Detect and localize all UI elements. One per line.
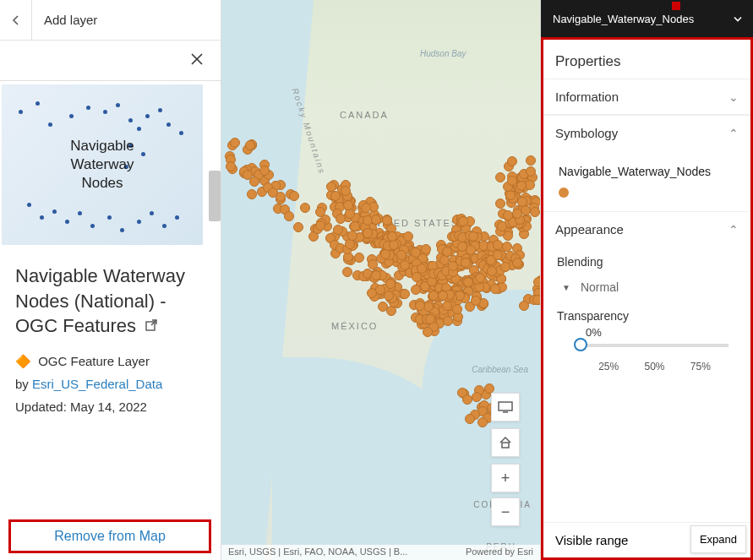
section-appearance-label: Appearance <box>555 222 624 237</box>
sidebar-title: Add layer <box>32 13 97 27</box>
external-link-icon[interactable] <box>145 313 158 339</box>
map-controls: + − <box>491 393 520 526</box>
zoom-in-button[interactable]: + <box>491 464 520 492</box>
section-symbology[interactable]: Symbology ⌃ <box>543 115 750 150</box>
map-canvas[interactable]: CANADA UNITED STATES MÉXICO Hudson Bay C… <box>221 0 540 560</box>
view-mode-button[interactable] <box>491 393 520 421</box>
blending-dropdown[interactable]: ▼ Normal <box>557 277 737 297</box>
close-button[interactable] <box>185 46 209 75</box>
remove-from-map-button[interactable]: Remove from Map <box>8 519 211 553</box>
chevron-down-icon[interactable] <box>733 13 743 25</box>
visible-range-label: Visible range <box>555 533 628 547</box>
section-information[interactable]: Information ⌄ <box>543 79 750 115</box>
svg-line-3 <box>151 320 156 325</box>
caret-down-icon: ▼ <box>562 283 570 292</box>
map-label-mexico: MÉXICO <box>331 321 378 331</box>
attrib-left: Esri, USGS | Esri, FAO, NOAA, USGS | B..… <box>228 546 407 558</box>
back-button[interactable] <box>0 0 32 41</box>
tick-25: 25% <box>598 361 619 372</box>
home-button[interactable] <box>491 428 520 457</box>
svg-rect-6 <box>502 443 509 448</box>
chevron-up-icon: ⌃ <box>728 127 739 140</box>
author-link[interactable]: Esri_US_Federal_Data <box>32 377 162 391</box>
layer-author-line: by Esri_US_Federal_Data <box>15 375 205 393</box>
transparency-slider[interactable]: 25% 50% 75% <box>557 339 737 372</box>
tick-75: 75% <box>690 361 711 372</box>
close-row <box>0 41 221 81</box>
chevron-up-icon: ⌃ <box>728 223 739 237</box>
attrib-right: Powered by Esri <box>466 546 533 558</box>
layer-updated: Updated: May 14, 2022 <box>15 398 205 416</box>
layer-detail-scroll[interactable]: Navigable Waterway Nodes Navigable Water… <box>0 81 221 560</box>
properties-panel: Properties Information ⌄ Symbology ⌃ Nav… <box>541 37 753 560</box>
left-sidebar: Add layer <box>0 0 221 560</box>
slider-ticks: 25% 50% 75% <box>581 361 728 372</box>
thumbnail-caption: Navigable Waterway Nodes <box>52 137 153 193</box>
layer-title: Navigable Waterway Nodes (National) - OG… <box>0 252 221 344</box>
section-information-label: Information <box>555 90 619 104</box>
right-panel: Navigable_Waterway_Nodes Properties Info… <box>540 0 753 560</box>
blending-value: Normal <box>581 280 619 294</box>
transparency-value: 0% <box>586 326 737 339</box>
chevron-down-icon: ⌄ <box>728 90 739 104</box>
expand-button[interactable]: Expand <box>690 525 746 553</box>
layer-type-icon: 🔶 <box>15 354 31 368</box>
zoom-out-button[interactable]: − <box>491 497 520 526</box>
sidebar-header: Add layer <box>0 0 221 41</box>
map-label-canada: CANADA <box>340 110 389 120</box>
transparency-label: Transparency <box>557 309 737 323</box>
by-prefix: by <box>15 377 32 391</box>
appearance-content: Blending ▼ Normal Transparency 0% 25% 50… <box>543 247 750 381</box>
layer-selector-header[interactable]: Navigable_Waterway_Nodes <box>541 0 753 37</box>
symbology-content: Navigable_Waterway_Nodes <box>543 150 750 211</box>
properties-title: Properties <box>543 45 750 79</box>
section-appearance[interactable]: Appearance ⌃ <box>543 211 750 247</box>
red-marker-icon <box>672 2 680 10</box>
tick-50: 50% <box>644 361 664 372</box>
blending-label: Blending <box>557 255 737 269</box>
slider-handle[interactable] <box>574 338 587 351</box>
layer-title-text: Navigable Waterway Nodes (National) - OG… <box>15 265 185 336</box>
layer-type-text: OGC Feature Layer <box>38 354 150 368</box>
map-label-caribbean: Caribbean Sea <box>472 365 528 374</box>
section-symbology-label: Symbology <box>555 126 618 140</box>
scrollbar-thumb[interactable] <box>209 171 221 221</box>
svg-rect-4 <box>499 402 512 410</box>
layer-meta: 🔶 OGC Feature Layer by Esri_US_Federal_D… <box>0 344 221 424</box>
map-label-hudson: Hudson Bay <box>420 49 466 58</box>
layer-selector-label: Navigable_Waterway_Nodes <box>553 13 694 25</box>
layer-type: 🔶 OGC Feature Layer <box>15 352 205 370</box>
symbology-item-label: Navigable_Waterway_Nodes <box>559 164 735 179</box>
map-attribution: Esri, USGS | Esri, FAO, NOAA, USGS | B..… <box>221 545 540 560</box>
layer-thumbnail: Navigable Waterway Nodes <box>2 84 203 245</box>
symbology-swatch-icon[interactable] <box>559 188 569 198</box>
